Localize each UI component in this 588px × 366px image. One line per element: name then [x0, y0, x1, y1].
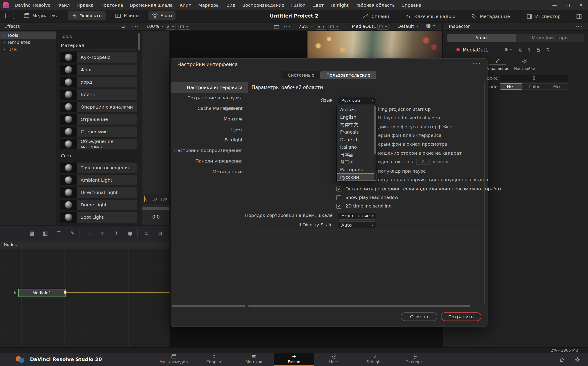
lock-icon[interactable] [536, 47, 541, 52]
option-row[interactable]: видео при обнаружении пропущенного кадра [378, 177, 488, 183]
menu-fusion[interactable]: Fusion [288, 2, 309, 8]
gear-icon[interactable] [574, 357, 581, 363]
menu-edit[interactable]: Правка [73, 2, 97, 8]
tab-modifiers[interactable]: Модификаторы [516, 34, 584, 42]
page-color[interactable]: Цвет [314, 353, 354, 366]
language-option[interactable]: English [337, 113, 376, 121]
menu-clip[interactable]: Клип [176, 2, 195, 8]
panel-toggle-icon[interactable] [576, 14, 582, 20]
tool-item[interactable]: Spot Light [60, 212, 137, 222]
node-mediain1[interactable]: MediaIn1 [18, 289, 66, 297]
background-icon[interactable]: ▨ [29, 230, 35, 236]
tab-nodes[interactable]: Узлы [447, 34, 516, 42]
tool-item[interactable]: Стереомикс [60, 127, 137, 137]
menu-color[interactable]: Цвет [309, 2, 327, 8]
option-row[interactable]: ношение сторон в окне на квадрат [378, 150, 462, 156]
tool-item[interactable]: Блинн [60, 89, 137, 100]
grade-option-color[interactable]: Color [523, 84, 545, 90]
page-fusion[interactable]: Fusion [274, 353, 314, 366]
language-option[interactable]: Italiano [337, 144, 376, 151]
minimize-icon[interactable]: — [552, 2, 557, 8]
search-icon[interactable] [121, 24, 126, 29]
inspector-options-icon[interactable]: ··· [575, 24, 583, 29]
right-viewer-lut-select[interactable]: Default ▾ [397, 24, 418, 29]
index-input[interactable]: 0 [500, 75, 568, 81]
page-media[interactable]: Мультимедиа [154, 353, 194, 366]
content-scrollbar[interactable] [248, 305, 470, 307]
sidebar-item-metadata[interactable]: Метаданные [171, 166, 248, 177]
page-edit[interactable]: Монтаж [234, 353, 274, 366]
tool-item[interactable]: Ambient Light [60, 175, 137, 185]
effects-tree-tools[interactable]: › Tools [0, 31, 56, 39]
sidebar-item-editing[interactable]: Монтаж [171, 114, 248, 124]
node-connection-wire[interactable] [66, 292, 169, 293]
tab-settings[interactable]: Настройки [511, 57, 538, 71]
left-viewer-zoom-select[interactable]: 100% ▾ [146, 24, 163, 29]
fastnoise-icon[interactable]: ◧ [42, 230, 49, 236]
grade-option-mix[interactable]: Mix [545, 84, 568, 90]
menu-playback[interactable]: Воспроизведение [239, 2, 288, 8]
tab-user[interactable]: Пользовательские [320, 71, 376, 79]
particles-icon[interactable]: ∴ [86, 230, 93, 236]
language-option[interactable]: 日本語 [337, 151, 376, 158]
language-option-selected[interactable]: Русский [337, 173, 376, 181]
shape-icon[interactable]: ● [127, 230, 133, 236]
menu-file[interactable]: Файл [54, 2, 73, 8]
sidebar-scrollbar[interactable] [172, 305, 245, 307]
language-option[interactable]: Português [337, 166, 376, 173]
option-row[interactable]: дикацию фокуса в интерфейсе [378, 124, 452, 130]
spline-button[interactable]: Сплайн [359, 12, 392, 21]
page-cut[interactable]: Сборка [194, 353, 234, 366]
menu-trim[interactable]: Подгонка [97, 2, 127, 8]
menu-workspace[interactable]: Рабочая область [352, 2, 398, 8]
tab-controls[interactable]: Управление [484, 57, 511, 71]
option-row[interactable]: полукадр при паузе [378, 168, 426, 174]
tool-item[interactable]: Dome Light [60, 200, 137, 210]
tools-scrollbar[interactable] [138, 33, 140, 50]
sort-order-select[interactable]: Неда...нные ▾ [338, 212, 376, 219]
node-graph[interactable]: MediaIn1 [0, 248, 169, 347]
tab-system[interactable]: Системные [282, 71, 320, 79]
checkbox-playhead-shadow[interactable]: Show playhead shadow [337, 194, 398, 200]
ui-scale-select[interactable]: Auto ▾ [338, 221, 376, 229]
frame-icon[interactable]: ⊐ [157, 230, 163, 236]
dropdown-scrollbar-thumb[interactable] [374, 106, 376, 154]
page-deliver[interactable]: Экспорт [394, 353, 435, 366]
menu-help[interactable]: Справка [398, 2, 425, 8]
tool-item[interactable]: Directional Light [60, 187, 137, 198]
right-viewer-image[interactable] [308, 31, 442, 58]
language-option[interactable]: Автом. [337, 106, 376, 113]
option-row[interactable]: king project on start up [378, 106, 431, 112]
text-icon[interactable]: T [55, 230, 62, 236]
close-icon[interactable]: ✕ [579, 2, 583, 8]
right-viewer-split-select[interactable]: ▾ [377, 24, 389, 30]
checkbox-2d-timeline-scrolling[interactable]: ✓ 2D timeline scrolling [337, 203, 392, 209]
pin-icon[interactable] [527, 47, 532, 52]
sidebar-item-fairlight[interactable]: Fairlight [171, 135, 248, 145]
monitor-icon[interactable] [274, 24, 279, 30]
copy-settings-icon[interactable] [518, 47, 523, 52]
tool-item[interactable]: Отражение [60, 114, 137, 125]
menu-markers[interactable]: Маркеры [195, 2, 223, 8]
left-viewer-display-select[interactable]: ▾ [179, 24, 190, 30]
inspector-button[interactable]: Инспектор [523, 12, 564, 21]
option-row[interactable]: ерый фон в окнах просмотра [378, 141, 447, 147]
paint-icon[interactable]: ✎ [69, 230, 76, 236]
horizontal-scrollbar[interactable] [142, 207, 170, 210]
node-state-select[interactable]: ▾ [505, 48, 512, 52]
effects-options-icon[interactable]: ··· [132, 24, 140, 29]
cancel-button[interactable]: Отмена [401, 312, 437, 321]
page-fairlight[interactable]: Fairlight [354, 353, 394, 366]
tool-item[interactable]: Фонг [60, 65, 137, 75]
polygon-mask-icon[interactable]: ◇ [100, 230, 106, 236]
right-viewer-zoom-select[interactable]: 76% ▾ [299, 24, 313, 29]
color-wheel-select[interactable]: ▾ [426, 24, 435, 28]
language-select[interactable]: Русский ▾ [338, 97, 376, 104]
menu-fairlight[interactable]: Fairlight [327, 2, 352, 8]
reset-icon[interactable] [545, 47, 550, 52]
frames-input[interactable]: 0 [416, 159, 430, 165]
dialog-options-icon[interactable]: ··· [473, 61, 481, 67]
language-option[interactable]: 简体中文 [337, 121, 376, 128]
sidebar-item-control-panels[interactable]: Панели управления [171, 156, 248, 166]
home-icon[interactable] [559, 357, 565, 363]
